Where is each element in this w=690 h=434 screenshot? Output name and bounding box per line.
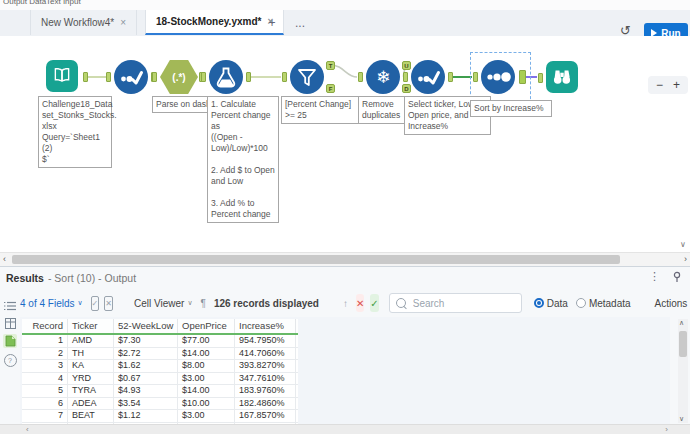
tool-select-1[interactable] [114, 60, 148, 94]
data-cell: 414.7060% [235, 348, 296, 360]
cell-viewer-dropdown[interactable]: Cell Viewer ∨ [134, 298, 193, 309]
data-cell: KA [68, 360, 114, 372]
table-v-scrollbar[interactable]: ∧ ∨ [678, 319, 688, 423]
input-data-icon [46, 60, 78, 92]
input-anchor[interactable] [152, 72, 157, 82]
annotation-sort[interactable]: Sort by Increase% [470, 100, 552, 117]
scroll-right-icon[interactable]: › [665, 425, 668, 434]
clear-filter-button[interactable]: ✕ [356, 294, 364, 312]
table-row[interactable]: 3KA$1.62$8.00393.8270% [22, 360, 298, 373]
input-anchor[interactable] [358, 72, 363, 82]
data-radio[interactable]: Data [534, 298, 568, 309]
tool-formula[interactable] [209, 60, 243, 94]
table-row[interactable]: 5TYRA$4.93$14.00183.9760% [22, 385, 298, 398]
scrollbar-thumb[interactable] [12, 255, 620, 264]
actions-label: Actions [655, 298, 688, 309]
output-anchor[interactable] [519, 70, 526, 84]
annotation-input-data[interactable]: Challenge18_Data set_Stonks_Stocks. xlsx… [38, 96, 112, 168]
ribbon-strip: Output Data Text Input [0, 0, 690, 10]
results-panel: Results - Sort (10) - Output ⋮ ? [0, 266, 690, 434]
scroll-up-icon[interactable]: ∧ [679, 319, 684, 327]
scroll-left-icon[interactable]: ‹ [26, 425, 29, 434]
tool-regex[interactable]: (.*) [160, 60, 198, 94]
edit-cells-icon[interactable]: ✓ [91, 296, 100, 311]
search-input[interactable] [411, 297, 515, 310]
data-cell: AMD [68, 335, 114, 347]
zoom-in-button[interactable]: + [673, 78, 680, 92]
tool-unique[interactable]: ❄ U D [366, 60, 400, 94]
column-header-ticker[interactable]: Ticker [68, 319, 114, 333]
table-row[interactable]: 4YRD$0.67$3.00347.7610% [22, 373, 298, 386]
browse-binoculars-icon [546, 61, 578, 93]
record-number-cell: 1 [22, 335, 68, 347]
clear-cells-icon[interactable]: ✕ [104, 296, 113, 311]
tool-browse[interactable] [546, 61, 580, 95]
tab-overflow-button[interactable]: ... [290, 13, 310, 33]
input-anchor[interactable] [201, 72, 206, 82]
move-up-icon[interactable]: ↑ [343, 298, 348, 309]
grid-view-icon[interactable] [3, 316, 17, 330]
apply-button[interactable]: ✓ [370, 294, 378, 312]
actions-dropdown[interactable]: Actions ∨ [655, 298, 690, 309]
false-output-anchor[interactable]: F [326, 84, 335, 93]
chevron-down-icon: ∨ [187, 299, 192, 307]
canvas-h-scrollbar[interactable]: ‹ › [0, 252, 690, 267]
whitespace-toggle-icon[interactable]: ¶ [201, 298, 206, 309]
duplicate-output-anchor[interactable]: D [402, 84, 411, 93]
fields-dropdown[interactable]: 4 of 4 Fields ∨ [20, 298, 83, 309]
zoom-out-button[interactable]: − [656, 78, 663, 92]
help-icon[interactable]: ? [3, 353, 17, 367]
results-menu-icon[interactable]: ⋮ [649, 270, 660, 283]
pin-icon[interactable] [672, 271, 682, 283]
scroll-left-icon[interactable]: ‹ [3, 254, 6, 264]
data-cell: 954.7950% [235, 335, 296, 347]
table-row[interactable]: 6ADEA$3.54$10.00182.4860% [22, 398, 298, 411]
table-row[interactable]: 1AMD$7.30$77.00954.7950% [22, 335, 298, 348]
search-box[interactable] [389, 293, 522, 313]
new-tab-button[interactable]: + [262, 13, 282, 33]
input-anchor[interactable] [403, 72, 408, 82]
table-row[interactable]: 2TH$2.72$14.00414.7060% [22, 348, 298, 361]
tool-sort[interactable] [481, 60, 515, 94]
table-h-scrollbar[interactable]: ‹ › [0, 424, 690, 434]
metadata-radio[interactable]: Metadata [576, 298, 631, 309]
workflow-canvas[interactable]: (.*) T F ❄ U [0, 36, 690, 252]
true-output-anchor[interactable]: T [326, 61, 335, 70]
input-anchor[interactable] [538, 73, 543, 83]
data-cell: $77.00 [178, 335, 235, 347]
metadata-radio-label: Metadata [589, 298, 631, 309]
data-cell: $14.00 [178, 385, 235, 397]
tool-filter[interactable]: T F [290, 60, 324, 94]
annotation-formula[interactable]: 1. Calculate Percent change as ((Open - … [207, 96, 279, 223]
table-row[interactable]: 7BEAT$1.12$3.00167.8570% [22, 410, 298, 423]
annotation-filter[interactable]: [Percent Change] >= 25 [281, 96, 367, 124]
input-anchor[interactable] [282, 72, 287, 82]
ribbon-label-output-data[interactable]: Output Data [3, 0, 46, 6]
data-cell: YRD [68, 373, 114, 385]
tool-select-2[interactable] [411, 60, 445, 94]
column-header-openprice[interactable]: OpenPrice [178, 319, 235, 333]
ribbon-label-text-input[interactable]: Text Input [46, 0, 81, 6]
canvas-scroll-down-icon[interactable]: ∨ [680, 240, 686, 249]
data-file-view-icon[interactable] [3, 334, 17, 348]
scrollbar-thumb[interactable] [679, 331, 687, 357]
input-anchor[interactable] [106, 72, 111, 82]
input-anchor[interactable] [473, 72, 478, 82]
tab-new-workflow4[interactable]: New Workflow4* × [30, 10, 137, 35]
data-cell: $14.00 [178, 348, 235, 360]
unique-output-anchor[interactable]: U [402, 61, 411, 70]
column-header-52weeklow[interactable]: 52-WeekLow [114, 319, 178, 333]
results-toolbar: 4 of 4 Fields ∨ ✓ ✕ Cell Viewer ∨ ¶ 126 … [20, 289, 690, 317]
scroll-down-icon[interactable]: ∨ [679, 415, 684, 423]
output-anchor[interactable] [246, 72, 251, 82]
column-header-increase[interactable]: Increase% [235, 319, 296, 333]
output-anchor[interactable] [83, 72, 88, 82]
tool-input-data[interactable] [46, 60, 80, 94]
close-icon[interactable]: × [120, 17, 126, 28]
data-cell: TH [68, 348, 114, 360]
output-anchor[interactable] [448, 72, 453, 82]
column-header-record[interactable]: Record [22, 319, 68, 333]
record-number-cell: 7 [22, 410, 68, 422]
messages-view-icon[interactable] [3, 299, 17, 313]
scroll-right-icon[interactable]: › [684, 254, 687, 264]
